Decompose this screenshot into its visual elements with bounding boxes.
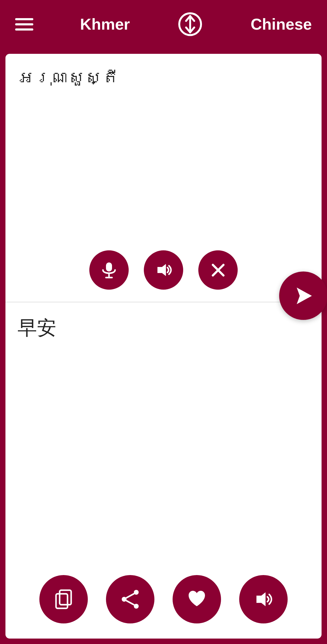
share-button[interactable] bbox=[106, 575, 154, 623]
target-actions bbox=[5, 566, 322, 639]
source-text[interactable]: អរុណសួស្តី bbox=[5, 54, 322, 241]
svg-line-13 bbox=[127, 594, 134, 598]
main-content: អរុណសួស្តី bbox=[0, 48, 327, 644]
target-language-label[interactable]: Chinese bbox=[251, 15, 312, 33]
svg-rect-1 bbox=[106, 262, 112, 272]
copy-button[interactable] bbox=[39, 575, 88, 623]
source-speaker-button[interactable] bbox=[144, 250, 183, 290]
swap-languages-button[interactable] bbox=[177, 11, 204, 38]
menu-button[interactable] bbox=[15, 18, 33, 31]
svg-marker-4 bbox=[157, 264, 166, 276]
header: Khmer Chinese bbox=[0, 0, 327, 48]
source-actions bbox=[5, 241, 322, 302]
svg-marker-7 bbox=[297, 288, 312, 304]
svg-rect-9 bbox=[56, 594, 68, 608]
svg-marker-15 bbox=[256, 592, 266, 606]
target-text: 早安 bbox=[5, 302, 322, 566]
source-panel: អរុណសួស្តី bbox=[5, 54, 322, 302]
target-speaker-button[interactable] bbox=[239, 575, 288, 623]
microphone-button[interactable] bbox=[89, 250, 129, 290]
target-panel: 早安 bbox=[5, 302, 322, 639]
source-language-label[interactable]: Khmer bbox=[80, 15, 130, 33]
svg-rect-8 bbox=[60, 590, 71, 605]
favorite-button[interactable] bbox=[173, 575, 221, 623]
svg-line-14 bbox=[127, 601, 134, 605]
translate-button[interactable] bbox=[279, 272, 327, 320]
clear-button[interactable] bbox=[198, 250, 238, 290]
